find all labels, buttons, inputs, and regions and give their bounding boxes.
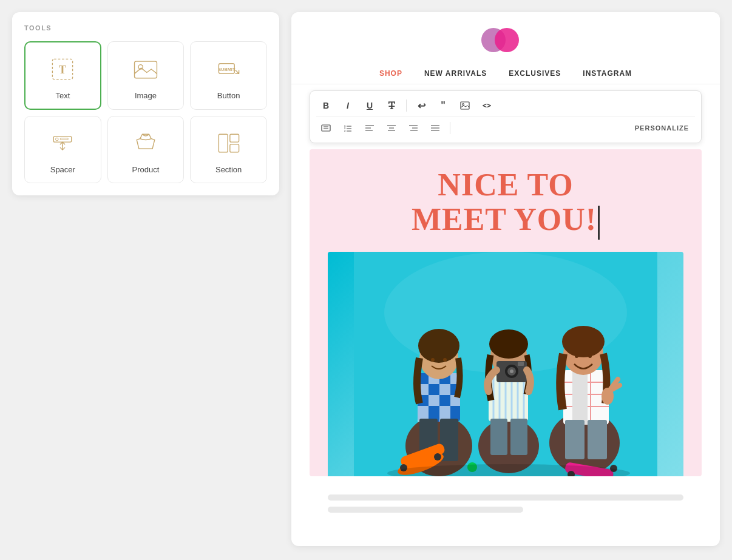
svg-rect-55 xyxy=(440,419,458,461)
numbered-list-button[interactable]: 123 xyxy=(338,120,358,137)
toolbar-separator-2 xyxy=(450,122,450,134)
skeleton-line-1 xyxy=(328,494,683,501)
svg-point-95 xyxy=(602,388,614,405)
svg-point-63 xyxy=(434,453,441,460)
svg-text:SUBMIT: SUBMIT xyxy=(218,67,236,72)
justify-button[interactable] xyxy=(425,120,445,137)
svg-rect-9 xyxy=(219,134,228,152)
hero-text: NICE TO MEET YOU! xyxy=(328,167,683,240)
spacer-tool-label: Spacer xyxy=(50,165,75,174)
underline-button[interactable]: U xyxy=(360,97,379,114)
tool-button[interactable]: SUBMIT Button xyxy=(190,41,267,110)
svg-point-75 xyxy=(489,329,528,359)
svg-rect-88 xyxy=(572,370,588,425)
email-hero: NICE TO MEET YOU! xyxy=(310,149,702,476)
editor-panel: SHOP NEW ARRIVALS EXCLUSIVES INSTAGRAM B… xyxy=(291,12,720,546)
bullet-list-button[interactable] xyxy=(316,120,336,137)
toolbar-row-1: B I U T̶ ↩ " <> xyxy=(316,95,695,117)
hero-image xyxy=(328,252,683,476)
hero-line-2: MEET YOU! xyxy=(328,202,683,240)
undo-button[interactable]: ↩ xyxy=(412,97,431,114)
svg-point-59 xyxy=(443,358,447,362)
bold-button[interactable]: B xyxy=(316,97,336,114)
tool-section[interactable]: Section xyxy=(190,116,267,183)
text-tool-icon: T xyxy=(47,53,78,85)
svg-rect-80 xyxy=(518,362,524,366)
svg-rect-2 xyxy=(135,61,157,78)
hero-text-line2: MEET YOU! xyxy=(412,202,597,237)
skeleton-line-2 xyxy=(328,507,523,513)
align-center-button[interactable] xyxy=(382,120,401,137)
text-cursor xyxy=(598,206,600,240)
svg-text:3: 3 xyxy=(344,129,346,132)
email-logo xyxy=(291,12,720,63)
email-bottom xyxy=(310,476,702,531)
tool-text[interactable]: T Text xyxy=(24,41,101,110)
button-tool-icon: SUBMIT xyxy=(213,53,245,85)
svg-point-94 xyxy=(588,354,592,358)
tool-product[interactable]: Product xyxy=(107,116,185,183)
svg-point-7 xyxy=(56,138,59,141)
section-tool-label: Section xyxy=(215,165,242,174)
nav-item-instagram[interactable]: INSTAGRAM xyxy=(583,69,632,78)
section-tool-icon xyxy=(213,127,245,159)
align-right-button[interactable] xyxy=(404,120,423,137)
svg-rect-11 xyxy=(230,144,239,152)
code-button[interactable]: <> xyxy=(477,97,496,114)
svg-rect-49 xyxy=(439,395,450,406)
product-tool-label: Product xyxy=(132,165,160,174)
svg-rect-89 xyxy=(565,420,585,459)
button-tool-label: Button xyxy=(217,91,240,100)
image-tool-icon xyxy=(130,53,161,85)
logo-circle-right xyxy=(495,28,519,52)
text-tool-label: Text xyxy=(55,91,70,100)
strikethrough-button[interactable]: T̶ xyxy=(382,97,401,114)
toolbar-row-2: 123 PERSONALIZE xyxy=(316,117,695,139)
svg-point-93 xyxy=(575,354,578,358)
svg-rect-90 xyxy=(588,420,607,459)
tools-title: TOOLS xyxy=(24,24,267,32)
svg-rect-48 xyxy=(429,395,439,406)
image-inline-button[interactable] xyxy=(455,97,475,114)
spacer-tool-icon xyxy=(47,127,78,159)
tools-grid: T Text Image SUBMIT xyxy=(24,41,267,183)
blockquote-button[interactable]: " xyxy=(433,97,453,114)
svg-rect-6 xyxy=(54,137,72,142)
svg-point-57 xyxy=(418,329,459,363)
svg-point-92 xyxy=(562,326,605,357)
svg-rect-72 xyxy=(490,419,507,455)
svg-text:T: T xyxy=(59,64,67,76)
nav-item-exclusives[interactable]: EXCLUSIVES xyxy=(509,69,561,78)
tool-spacer[interactable]: Spacer xyxy=(24,116,101,183)
tool-image[interactable]: Image xyxy=(107,41,185,110)
personalize-button[interactable]: PERSONALIZE xyxy=(629,122,695,134)
italic-button[interactable]: I xyxy=(338,97,358,114)
text-toolbar: B I U T̶ ↩ " <> 123 xyxy=(310,90,702,143)
image-tool-label: Image xyxy=(135,91,157,100)
email-content: SHOP NEW ARRIVALS EXCLUSIVES INSTAGRAM B… xyxy=(291,12,720,546)
svg-rect-73 xyxy=(510,419,527,455)
logo-circles xyxy=(481,27,530,53)
svg-point-79 xyxy=(510,369,513,373)
nav-item-shop[interactable]: SHOP xyxy=(379,69,402,78)
toolbar-separator-1 xyxy=(406,100,407,112)
hero-line-1: NICE TO xyxy=(328,167,683,202)
svg-rect-45 xyxy=(439,384,450,395)
svg-point-13 xyxy=(463,104,464,106)
email-nav: SHOP NEW ARRIVALS EXCLUSIVES INSTAGRAM xyxy=(291,63,720,84)
nav-item-new-arrivals[interactable]: NEW ARRIVALS xyxy=(424,69,487,78)
svg-rect-14 xyxy=(322,125,330,131)
svg-rect-44 xyxy=(429,384,439,395)
svg-rect-8 xyxy=(61,138,69,140)
tools-panel: TOOLS T Text Image xyxy=(12,12,279,195)
product-tool-icon xyxy=(130,127,161,159)
svg-point-58 xyxy=(431,358,435,362)
svg-rect-12 xyxy=(461,102,469,109)
align-left-button[interactable] xyxy=(360,120,379,137)
svg-rect-10 xyxy=(230,134,239,142)
